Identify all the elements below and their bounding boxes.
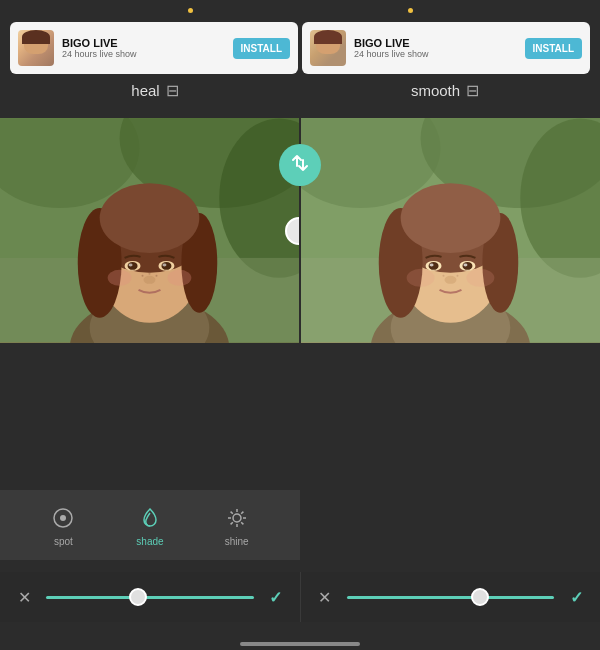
svg-point-50 bbox=[60, 515, 66, 521]
svg-point-40 bbox=[429, 262, 439, 270]
ad-banner-right: BIGO LIVE 24 hours live show INSTALL bbox=[302, 22, 590, 74]
ad-title-right: BIGO LIVE bbox=[354, 37, 517, 49]
shine-icon bbox=[223, 504, 251, 532]
svg-point-37 bbox=[401, 183, 501, 253]
compare-icon-left[interactable]: ⊟ bbox=[166, 81, 179, 100]
svg-point-46 bbox=[466, 269, 494, 287]
svg-point-17 bbox=[129, 263, 133, 266]
swap-icon bbox=[289, 152, 311, 179]
ad-subtitle-right: 24 hours live show bbox=[354, 49, 517, 59]
spot-icon bbox=[49, 504, 77, 532]
svg-point-24 bbox=[149, 273, 151, 275]
shade-icon bbox=[136, 504, 164, 532]
slider-track-right[interactable] bbox=[347, 596, 555, 599]
svg-point-23 bbox=[155, 275, 157, 277]
svg-point-19 bbox=[144, 276, 156, 284]
tool-shade[interactable]: shade bbox=[136, 504, 164, 547]
ad-text-left: BIGO LIVE 24 hours live show bbox=[62, 37, 225, 59]
image-panel-left bbox=[0, 118, 301, 343]
ad-avatar-right bbox=[310, 30, 346, 66]
svg-point-47 bbox=[443, 275, 445, 277]
slider-row: ✕ ✓ ✕ ✓ bbox=[0, 572, 600, 622]
svg-point-51 bbox=[233, 514, 241, 522]
svg-point-20 bbox=[108, 270, 132, 286]
ad-text-right: BIGO LIVE 24 hours live show bbox=[354, 37, 517, 59]
svg-point-42 bbox=[430, 263, 434, 266]
slider-right: ✕ ✓ bbox=[301, 572, 601, 622]
svg-point-18 bbox=[162, 263, 166, 266]
ad-title-left: BIGO LIVE bbox=[62, 37, 225, 49]
confirm-btn-left[interactable]: ✓ bbox=[264, 585, 288, 609]
top-dot-left bbox=[188, 8, 193, 13]
home-indicator bbox=[240, 642, 360, 646]
slider-track-left[interactable] bbox=[46, 596, 254, 599]
svg-point-45 bbox=[407, 269, 435, 287]
slider-left: ✕ ✓ bbox=[0, 572, 301, 622]
svg-line-59 bbox=[230, 522, 232, 524]
tools-panel: spot shade shine bbox=[0, 490, 300, 560]
svg-line-56 bbox=[230, 511, 232, 513]
svg-point-16 bbox=[161, 262, 171, 270]
svg-line-58 bbox=[241, 511, 243, 513]
ad-banner-left: BIGO LIVE 24 hours live show INSTALL bbox=[10, 22, 298, 74]
svg-point-22 bbox=[142, 275, 144, 277]
tool-shine[interactable]: shine bbox=[223, 504, 251, 547]
shine-label: shine bbox=[225, 536, 249, 547]
svg-point-43 bbox=[463, 263, 467, 266]
slider-thumb-right[interactable] bbox=[471, 588, 489, 606]
cancel-btn-left[interactable]: ✕ bbox=[12, 585, 36, 609]
photo-left bbox=[0, 118, 299, 343]
filter-smooth-label: smooth bbox=[411, 82, 460, 99]
ads-row: BIGO LIVE 24 hours live show INSTALL BIG… bbox=[0, 14, 600, 74]
photo-right bbox=[301, 118, 600, 343]
image-panel-right bbox=[301, 118, 600, 343]
tool-spot[interactable]: spot bbox=[49, 504, 77, 547]
top-dot-right bbox=[408, 8, 413, 13]
cancel-btn-right[interactable]: ✕ bbox=[313, 585, 337, 609]
ad-avatar-left bbox=[18, 30, 54, 66]
filter-left-section: heal ⊟ bbox=[10, 81, 300, 100]
svg-point-15 bbox=[128, 262, 138, 270]
filter-row: heal ⊟ smooth ⊟ bbox=[0, 72, 600, 108]
confirm-btn-right[interactable]: ✓ bbox=[564, 585, 588, 609]
filter-right-section: smooth ⊟ bbox=[300, 81, 590, 100]
ad-subtitle-left: 24 hours live show bbox=[62, 49, 225, 59]
ad-install-btn-left[interactable]: INSTALL bbox=[233, 38, 290, 59]
compare-icon-right[interactable]: ⊟ bbox=[466, 81, 479, 100]
slider-thumb-left[interactable] bbox=[129, 588, 147, 606]
filter-heal-label: heal bbox=[131, 82, 159, 99]
empty-area bbox=[0, 343, 600, 498]
svg-point-41 bbox=[462, 262, 472, 270]
svg-point-48 bbox=[456, 275, 458, 277]
shade-label: shade bbox=[136, 536, 163, 547]
swap-button[interactable] bbox=[279, 144, 321, 186]
spot-label: spot bbox=[54, 536, 73, 547]
ad-install-btn-right[interactable]: INSTALL bbox=[525, 38, 582, 59]
svg-point-21 bbox=[167, 270, 191, 286]
svg-line-57 bbox=[241, 522, 243, 524]
svg-point-44 bbox=[445, 276, 457, 284]
svg-point-12 bbox=[100, 183, 200, 253]
